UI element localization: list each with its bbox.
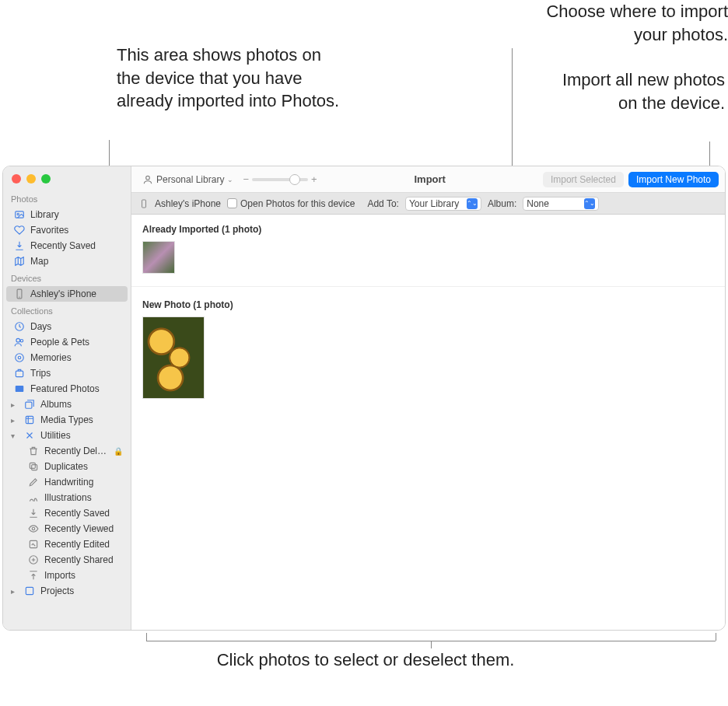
sidebar-item-map[interactable]: Map <box>3 253 131 269</box>
handwriting-icon <box>28 477 39 488</box>
sidebar-item-trips[interactable]: Trips <box>3 365 131 381</box>
photos-app-window: Photos Library Favorites Recently Saved … <box>2 166 726 631</box>
sidebar-item-featured-photos[interactable]: Featured Photos <box>3 381 131 397</box>
photo-thumbnail[interactable] <box>142 241 175 274</box>
add-to-label: Add To: <box>367 198 398 209</box>
sidebar-label: Projects <box>40 585 123 596</box>
album-value: None <box>527 198 579 209</box>
sidebar-label: Recently Edited <box>44 539 123 550</box>
chevron-updown-icon: ⌄ <box>227 176 233 183</box>
chevron-right-icon: ▸ <box>11 587 19 596</box>
fullscreen-window-button[interactable] <box>41 174 51 183</box>
sidebar-label: Map <box>30 256 123 267</box>
sidebar-item-imports[interactable]: Imports <box>3 568 131 583</box>
sidebar-item-projects[interactable]: ▸ Projects <box>3 583 131 599</box>
sidebar-item-illustrations[interactable]: Illustrations <box>3 490 131 505</box>
download-icon <box>14 240 25 251</box>
edit-icon <box>28 539 39 550</box>
sidebar-label: Media Types <box>40 414 123 425</box>
close-window-button[interactable] <box>12 174 21 183</box>
sidebar-label: Recently Saved <box>44 508 123 519</box>
svg-point-7 <box>18 356 21 359</box>
minimize-window-button[interactable] <box>26 174 36 183</box>
library-icon <box>14 209 25 220</box>
window-controls <box>3 166 131 190</box>
sidebar-item-recently-edited[interactable]: Recently Edited <box>3 536 131 552</box>
svg-point-8 <box>16 354 24 362</box>
sidebar-group-photos: Photos <box>3 190 131 207</box>
sidebar-label: Illustrations <box>44 492 123 503</box>
library-selector[interactable]: Personal Library ⌄ <box>138 173 238 187</box>
sidebar-item-utilities[interactable]: ▾ Utilities <box>3 428 131 443</box>
sidebar-label: Duplicates <box>44 461 123 472</box>
new-photo-header: New Photo (1 photo) <box>131 290 725 316</box>
sidebar-item-duplicates[interactable]: Duplicates <box>3 459 131 474</box>
albums-icon <box>24 399 35 410</box>
heart-icon <box>14 225 25 236</box>
toolbar-title: Import <box>322 173 538 185</box>
sidebar-label: Ashley's iPhone <box>30 288 120 299</box>
device-name-label: Ashley's iPhone <box>155 198 221 209</box>
import-selected-button[interactable]: Import Selected <box>543 172 624 187</box>
sidebar-item-recently-saved[interactable]: Recently Saved <box>3 238 131 253</box>
sidebar-label: Recently Viewed <box>44 523 123 534</box>
sidebar-item-recently-viewed[interactable]: Recently Viewed <box>3 521 131 536</box>
sidebar-group-devices: Devices <box>3 269 131 286</box>
suitcase-icon <box>14 368 25 379</box>
duplicates-icon <box>28 461 39 472</box>
open-photos-checkbox[interactable]: Open Photos for this device <box>227 198 355 209</box>
sidebar-item-recently-shared[interactable]: Recently Shared <box>3 552 131 568</box>
sidebar-item-days[interactable]: Days <box>3 319 131 334</box>
sidebar-item-handwriting[interactable]: Handwriting <box>3 474 131 490</box>
callout-import-all: Import all new photos on the device. <box>544 68 725 114</box>
section-divider <box>131 286 725 287</box>
svg-point-19 <box>146 176 150 180</box>
sidebar-label: People & Pets <box>30 337 123 348</box>
album-dropdown[interactable]: None ⌃⌄ <box>523 197 599 211</box>
bracket-line <box>716 633 716 641</box>
svg-point-1 <box>17 213 19 215</box>
sidebar-item-device[interactable]: Ashley's iPhone <box>6 286 128 302</box>
zoom-out-icon: − <box>243 173 249 185</box>
sidebar-item-library[interactable]: Library <box>3 207 131 222</box>
sidebar-item-media-types[interactable]: ▸ Media Types <box>3 412 131 428</box>
photo-thumbnail[interactable] <box>142 316 205 399</box>
phone-icon <box>139 199 149 208</box>
svg-point-6 <box>20 340 23 343</box>
sidebar-label: Recently Shared <box>44 554 123 565</box>
svg-rect-13 <box>32 465 37 470</box>
sidebar-label: Handwriting <box>44 477 123 488</box>
svg-point-15 <box>32 527 35 530</box>
zoom-slider[interactable]: − + <box>243 173 317 185</box>
svg-rect-12 <box>26 416 33 423</box>
sidebar-item-favorites[interactable]: Favorites <box>3 222 131 238</box>
checkbox-icon <box>227 198 237 208</box>
library-selector-label: Personal Library <box>156 174 224 185</box>
illustrations-icon <box>28 492 39 503</box>
sidebar-item-people-pets[interactable]: People & Pets <box>3 334 131 350</box>
chevron-updown-icon: ⌃⌄ <box>467 198 478 209</box>
sidebar-item-memories[interactable]: Memories <box>3 350 131 365</box>
slider-knob[interactable] <box>289 174 300 185</box>
sidebar: Photos Library Favorites Recently Saved … <box>3 166 131 630</box>
sidebar-group-collections: Collections <box>3 302 131 319</box>
new-photo-thumbs <box>131 316 725 408</box>
import-icon <box>28 570 39 581</box>
sidebar-item-albums[interactable]: ▸ Albums <box>3 397 131 412</box>
import-new-photo-button[interactable]: Import New Photo <box>628 172 719 187</box>
sidebar-item-recently-deleted[interactable]: Recently Deleted 🔒 <box>3 443 131 459</box>
chevron-right-icon: ▸ <box>11 400 19 409</box>
main-content: Personal Library ⌄ − + Import Import Sel… <box>131 166 725 630</box>
already-imported-thumbs <box>131 241 725 283</box>
sidebar-item-recently-saved-util[interactable]: Recently Saved <box>3 505 131 521</box>
sidebar-label: Memories <box>30 352 123 363</box>
svg-rect-11 <box>26 402 32 408</box>
already-imported-header: Already Imported (1 photo) <box>131 215 725 241</box>
sidebar-label: Library <box>30 209 123 220</box>
sidebar-label: Imports <box>44 570 123 581</box>
sidebar-label: Trips <box>30 368 123 379</box>
clock-icon <box>14 321 25 332</box>
add-to-dropdown[interactable]: Your Library ⌃⌄ <box>405 197 481 211</box>
slider-track[interactable] <box>252 178 308 181</box>
sidebar-label: Days <box>30 321 123 332</box>
